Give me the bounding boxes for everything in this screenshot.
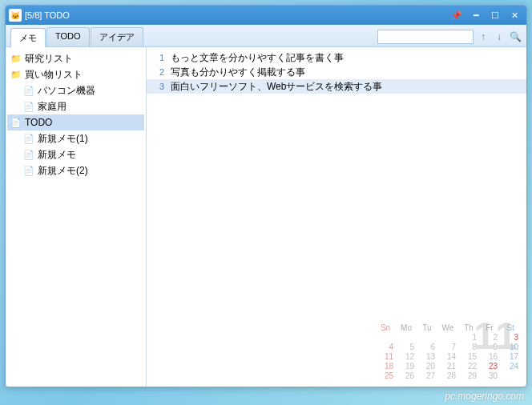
tree-item-label: 買い物リスト	[25, 68, 83, 82]
down-arrow-icon[interactable]: ↓	[493, 30, 506, 43]
watermark: pc.mogeringo.com	[445, 391, 524, 402]
up-arrow-icon[interactable]: ↑	[477, 30, 490, 43]
calendar-day: 13	[417, 352, 437, 361]
calendar-header: We	[438, 323, 457, 332]
line-text: 写真も分かりやすく掲載する事	[171, 66, 526, 79]
calendar-header: Mo	[397, 323, 416, 332]
tree-item[interactable]: 📄パソコン機器	[7, 82, 144, 98]
calendar-day: 29	[459, 371, 478, 380]
text-line[interactable]: 2写真も分かりやすく掲載する事	[147, 65, 526, 79]
tree-item-label: 新規メモ(1)	[38, 132, 88, 146]
window-controls: 📌 ━ ☐ ✕	[448, 9, 523, 22]
calendar-day: 18	[376, 362, 395, 371]
calendar-day: 23	[480, 362, 499, 371]
tree-item[interactable]: 📄新規メモ(2)	[7, 162, 144, 178]
calendar-day: 1	[459, 333, 478, 342]
calendar-day: 22	[459, 362, 478, 371]
calendar-header: Sn	[376, 323, 395, 332]
line-number: 3	[147, 82, 171, 91]
calendar-day: 5	[397, 343, 416, 351]
calendar-day: 6	[417, 343, 437, 351]
pin-button[interactable]: 📌	[448, 9, 466, 22]
app-icon: 🐱	[9, 9, 22, 22]
tab-1[interactable]: TODO	[46, 27, 90, 46]
calendar-day: 2	[480, 333, 499, 342]
page-white-icon: 📄	[23, 149, 34, 160]
tree-item[interactable]: 📁買い物リスト	[7, 66, 144, 82]
tree-item-label: 家庭用	[38, 100, 66, 114]
calendar-day: 10	[501, 343, 520, 351]
tab-2[interactable]: アイデア	[91, 27, 143, 46]
window-title: [5/8] TODO	[25, 10, 448, 20]
calendar-day: 21	[438, 362, 457, 371]
calendar-day: 19	[397, 362, 416, 371]
calendar-day: 28	[438, 371, 457, 380]
tree-item-label: TODO	[25, 117, 52, 128]
calendar-day: 9	[480, 343, 499, 351]
calendar-day: 17	[501, 352, 520, 361]
page-red-icon: 📄	[23, 165, 34, 176]
tree-item[interactable]: 📄新規メモ(1)	[7, 130, 144, 146]
calendar-day: 7	[438, 343, 457, 351]
calendar-day: 11	[376, 352, 395, 361]
calendar-grid: SnMoTuWeThFrSt12345678910111213141516171…	[376, 323, 520, 380]
tree-item-label: 研究リスト	[25, 52, 73, 66]
calendar-day: 8	[459, 343, 478, 351]
minimize-button[interactable]: ━	[467, 9, 485, 22]
page-white-icon: 📄	[23, 85, 34, 96]
sidebar-tree: 📁研究リスト📁買い物リスト📄パソコン機器📄家庭用📄TODO📄新規メモ(1)📄新規…	[6, 47, 147, 387]
tree-item-label: パソコン機器	[38, 84, 95, 98]
tree-item[interactable]: 📄新規メモ	[7, 146, 144, 162]
search-icon[interactable]: 🔍	[509, 30, 522, 43]
search-input[interactable]	[377, 30, 474, 44]
calendar-day: 26	[397, 371, 416, 380]
maximize-button[interactable]: ☐	[486, 9, 504, 22]
toolbar-right: ↑ ↓ 🔍	[377, 30, 522, 46]
app-window: 🐱 [5/8] TODO 📌 ━ ☐ ✕ メモTODOアイデア ↑ ↓ 🔍 📁研…	[5, 5, 527, 387]
close-button[interactable]: ✕	[506, 9, 523, 22]
line-number: 2	[147, 67, 171, 77]
folder-green-icon: 📁	[10, 69, 22, 80]
page-green-icon: 📄	[23, 133, 34, 144]
calendar-day	[376, 333, 395, 342]
content-area: 1もっと文章を分かりやすく記事を書く事2写真も分かりやすく掲載する事3面白いフリ…	[147, 47, 526, 387]
calendar-header: Th	[459, 323, 478, 332]
calendar-day	[417, 333, 437, 342]
calendar-day: 3	[501, 333, 520, 342]
text-line[interactable]: 1もっと文章を分かりやすく記事を書く事	[147, 50, 526, 65]
calendar-day: 30	[480, 371, 499, 380]
calendar-day: 27	[417, 371, 437, 380]
titlebar: 🐱 [5/8] TODO 📌 ━ ☐ ✕	[6, 6, 526, 25]
text-lines[interactable]: 1もっと文章を分かりやすく記事を書く事2写真も分かりやすく掲載する事3面白いフリ…	[147, 50, 526, 94]
calendar-day	[438, 333, 457, 342]
tree-item[interactable]: 📁研究リスト	[7, 50, 144, 66]
calendar-day: 25	[376, 371, 395, 380]
calendar-widget: 11 SnMoTuWeThFrSt12345678910111213141516…	[376, 323, 520, 380]
page-white-icon: 📄	[23, 101, 34, 112]
line-text: もっと文章を分かりやすく記事を書く事	[171, 51, 526, 65]
tree-item[interactable]: 📄TODO	[7, 114, 144, 130]
tree-item-label: 新規メモ(2)	[38, 164, 88, 178]
tree-item-label: 新規メモ	[38, 148, 76, 162]
calendar-day: 16	[480, 352, 499, 361]
calendar-day: 24	[501, 362, 520, 371]
text-line[interactable]: 3面白いフリーソフト、Webサービスを検索する事	[147, 79, 526, 94]
calendar-day: 4	[376, 343, 395, 351]
calendar-header: Fr	[480, 323, 499, 332]
calendar-day: 14	[438, 352, 457, 361]
tree-item[interactable]: 📄家庭用	[7, 98, 144, 114]
tab-strip: メモTODOアイデア	[10, 27, 143, 46]
folder-yellow-icon: 📁	[10, 53, 22, 64]
calendar-day	[397, 333, 416, 342]
page-white-icon: 📄	[10, 117, 22, 128]
body: 📁研究リスト📁買い物リスト📄パソコン機器📄家庭用📄TODO📄新規メモ(1)📄新規…	[6, 47, 526, 387]
calendar-day: 12	[397, 352, 416, 361]
calendar-day: 20	[417, 362, 437, 371]
calendar-header: St	[501, 323, 520, 332]
tab-0[interactable]: メモ	[10, 28, 46, 47]
toolbar: メモTODOアイデア ↑ ↓ 🔍	[6, 25, 526, 47]
calendar-day	[501, 371, 520, 380]
line-text: 面白いフリーソフト、Webサービスを検索する事	[171, 80, 526, 94]
calendar-header: Tu	[417, 323, 437, 332]
line-number: 1	[147, 53, 171, 62]
